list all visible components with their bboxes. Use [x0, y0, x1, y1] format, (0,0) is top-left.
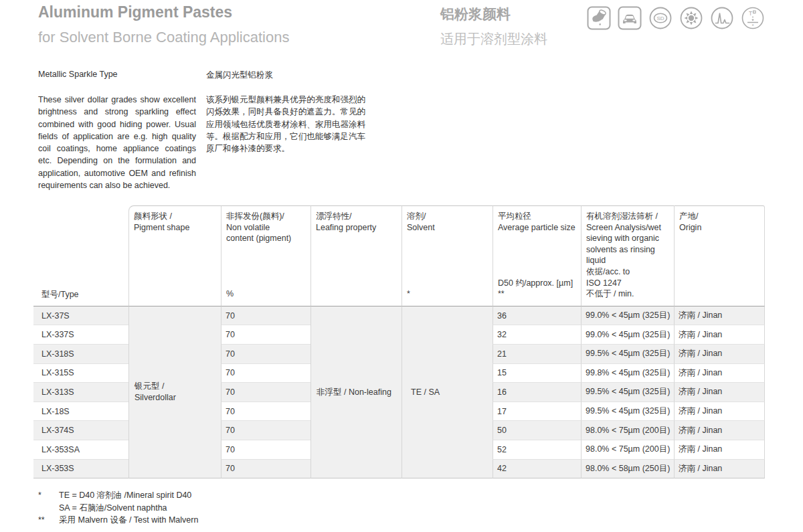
sparkle-icon — [679, 6, 703, 30]
footnotes: * TE = D40 溶剂油 /Mineral spirit D40 SA = … — [38, 489, 198, 527]
header-origin: 产地/Origin — [674, 205, 765, 306]
pigment-shape-cell: 银元型 /Silverdollar — [128, 306, 221, 478]
page-subtitle-zh: 适用于溶剂型涂料 — [440, 30, 547, 48]
screen-analysis-cell: 98.0% < 75µm (200目) — [581, 421, 674, 440]
non-volatile-cell: 70 — [221, 402, 310, 422]
application-temperature-icon: T * — [741, 6, 765, 30]
leafing-cell: 非浮型 / Non-leafing — [310, 306, 402, 478]
table-row: LX-37S银元型 /Silverdollar70非浮型 / Non-leafi… — [33, 306, 765, 326]
section-heading-en: Metallic Sparkle Type — [38, 70, 118, 79]
header-type: 型号/Type — [33, 205, 128, 306]
table-header-row: 型号/Type 颜料形状 /Pigment shape 非挥发份(颜料)/Non… — [33, 205, 765, 306]
page-title: Aluminum Pigment Pastes — [38, 3, 232, 21]
section-heading-zh: 金属闪光型铝粉浆 — [206, 70, 273, 81]
origin-cell: 济南 / Jinan — [674, 421, 765, 440]
screen-analysis-cell: 98.0% < 58µm (250目) — [581, 460, 674, 479]
type-cell: LX-18S — [33, 402, 128, 422]
header-screen-analysis: 有机溶剂湿法筛析 /Screen Analysis/wet sieving wi… — [581, 205, 674, 306]
product-table: 型号/Type 颜料形状 /Pigment shape 非挥发份(颜料)/Non… — [33, 205, 765, 478]
svg-text:T: T — [749, 10, 752, 17]
screen-analysis-cell: 99.0% < 45µm (325目) — [581, 325, 674, 345]
origin-cell: 济南 / Jinan — [674, 440, 765, 460]
header-leafing: 漂浮特性/Leafing property — [310, 205, 402, 306]
application-icons: SD — [587, 6, 765, 30]
d50-cell: 21 — [493, 345, 581, 364]
type-cell: LX-337S — [33, 325, 128, 345]
type-cell: LX-353SA — [33, 440, 128, 460]
d50-cell: 52 — [493, 440, 581, 460]
solvent-cell: TE / SA — [402, 306, 493, 478]
type-cell: LX-353S — [33, 460, 128, 479]
non-volatile-cell: 70 — [221, 345, 310, 364]
header-solvent: 溶剂/Solvent * — [402, 205, 493, 306]
product-table-wrapper: 型号/Type 颜料形状 /Pigment shape 非挥发份(颜料)/Non… — [33, 205, 765, 478]
non-volatile-cell: 70 — [221, 383, 310, 402]
non-volatile-cell: 70 — [221, 421, 310, 440]
footnote-marker — [38, 502, 59, 515]
d50-cell: 36 — [493, 306, 581, 326]
non-volatile-cell: 70 — [221, 460, 310, 479]
table-body: LX-37S银元型 /Silverdollar70非浮型 / Non-leafi… — [33, 306, 765, 478]
origin-cell: 济南 / Jinan — [674, 460, 765, 479]
d50-cell: 16 — [493, 383, 581, 402]
screen-analysis-cell: 99.5% < 45µm (325目) — [581, 345, 674, 364]
origin-cell: 济南 / Jinan — [674, 325, 765, 345]
non-volatile-cell: 70 — [221, 364, 310, 383]
footnote-text: TE = D40 溶剂油 /Mineral spirit D40 — [59, 489, 191, 502]
footnote-text: 采用 Malvern 设备 / Test with Malvern — [59, 514, 198, 527]
footnote: * TE = D40 溶剂油 /Mineral spirit D40 — [38, 489, 198, 502]
silver-dollar-icon: SD — [648, 6, 673, 30]
non-volatile-cell: 70 — [221, 306, 310, 326]
d50-cell: 17 — [493, 402, 581, 422]
screen-analysis-cell: 99.8% < 45µm (325目) — [581, 364, 674, 383]
origin-cell: 济南 / Jinan — [674, 364, 765, 383]
header-non-volatile: 非挥发份(颜料)/Non volatilecontent (pigment) % — [221, 205, 310, 306]
type-cell: LX-313S — [33, 383, 128, 402]
screen-analysis-cell: 99.0% < 45µm (325目) — [581, 306, 674, 326]
origin-cell: 济南 / Jinan — [674, 402, 765, 422]
footnote-text: SA = 石脑油/Solvent naphtha — [59, 502, 167, 515]
d50-cell: 15 — [493, 364, 581, 383]
d50-cell: 50 — [493, 421, 581, 440]
page-title-zh: 铝粉浆颜料 — [440, 5, 511, 23]
intro-paragraph-en: These silver dollar grades show excellen… — [38, 94, 196, 191]
intro-paragraph-zh: 该系列银元型颜料兼具优异的亮度和强烈的闪烁效果，同时具备良好的遮盖力。常见的应用… — [206, 94, 365, 155]
header-particle-size: 平均粒径Average particle size D50 约/approx. … — [493, 205, 581, 306]
screen-analysis-cell: 99.5% < 45µm (325目) — [581, 383, 674, 402]
header-pigment-shape: 颜料形状 /Pigment shape — [128, 205, 221, 306]
type-cell: LX-374S — [33, 421, 128, 440]
particle-size-distribution-icon — [710, 6, 734, 30]
footnote: SA = 石脑油/Solvent naphtha — [38, 502, 198, 515]
footnote-marker: ** — [38, 514, 59, 527]
paint-pouring-icon — [587, 6, 611, 30]
screen-analysis-cell: 98.0% < 75µm (200目) — [581, 440, 674, 460]
svg-text:*: * — [751, 23, 753, 29]
d50-cell: 32 — [493, 325, 581, 345]
non-volatile-cell: 70 — [221, 325, 310, 345]
screen-analysis-cell: 99.5% < 45µm (325目) — [581, 402, 674, 422]
footnote: ** 采用 Malvern 设备 / Test with Malvern — [38, 514, 198, 527]
datasheet-page: Aluminum Pigment Pastes for Solvent Born… — [0, 0, 803, 532]
type-cell: LX-37S — [33, 306, 128, 326]
d50-cell: 42 — [493, 460, 581, 479]
origin-cell: 济南 / Jinan — [674, 383, 765, 402]
type-cell: LX-318S — [33, 345, 128, 364]
svg-text:SD: SD — [656, 15, 664, 21]
origin-cell: 济南 / Jinan — [674, 345, 765, 364]
page-subtitle: for Solvent Borne Coating Applications — [38, 29, 289, 46]
car-icon — [618, 6, 642, 30]
footnote-marker: * — [38, 489, 59, 502]
origin-cell: 济南 / Jinan — [674, 306, 765, 326]
non-volatile-cell: 70 — [221, 440, 310, 460]
type-cell: LX-315S — [33, 364, 128, 383]
